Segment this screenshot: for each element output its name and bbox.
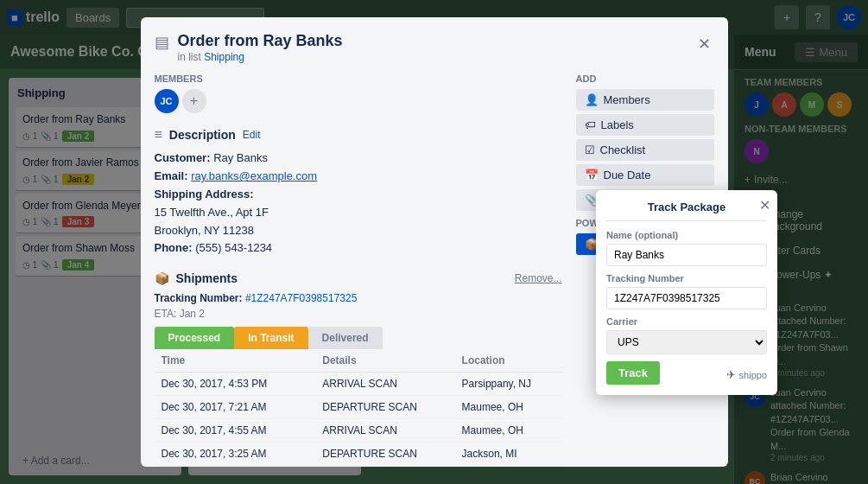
col-time: Time	[155, 349, 316, 373]
email-value[interactable]: ray.banks@example.com	[191, 169, 317, 182]
cell-time: Dec 30, 2017, 4:53 PM	[155, 373, 316, 396]
shipments-header: 📦 Shipments Remove...	[155, 271, 562, 285]
shipments-icon: 📦	[155, 271, 169, 285]
modal-title: Order from Ray Banks	[178, 31, 343, 51]
btn-due-date-label: Due Date	[604, 169, 651, 182]
modal-subtitle: in list Shipping	[178, 51, 343, 63]
eta-label: ETA:	[155, 308, 177, 320]
cell-details: DEPARTURE SCAN	[315, 396, 454, 419]
add-checklist-button[interactable]: ☑Checklist	[576, 139, 714, 161]
track-footer: Track ✈ shippo	[606, 361, 767, 385]
add-member-button[interactable]: +	[182, 89, 206, 113]
table-row: Dec 30, 2017, 4:53 PMARRIVAL SCANParsipp…	[155, 373, 562, 396]
cell-time: Dec 30, 2017, 3:19 AM	[155, 466, 316, 467]
track-popup-title: Track Package	[606, 201, 767, 221]
members-row: JC +	[155, 89, 562, 113]
eta-value: Jan 2	[180, 308, 205, 320]
modal-close-button[interactable]: ✕	[694, 31, 714, 57]
tracking-info: Tracking Number: #1Z247A7F0398517325	[155, 292, 562, 304]
cell-details: ARRIVAL SCAN	[315, 419, 454, 443]
track-package-popup: Track Package ✕ Name (optional) Tracking…	[596, 190, 777, 395]
col-location: Location	[455, 349, 562, 373]
address-line2: Brooklyn, NY 11238	[155, 222, 562, 240]
modal-header-icon: ▤	[155, 33, 169, 52]
labels-icon: 🏷	[585, 118, 596, 131]
tracking-table-body: Dec 30, 2017, 4:53 PMARRIVAL SCANParsipp…	[155, 373, 562, 467]
name-label: Name (optional)	[606, 230, 767, 240]
btn-members-label: Members	[604, 93, 650, 106]
cell-time: Dec 30, 2017, 4:55 AM	[155, 419, 316, 443]
add-label: Add	[576, 73, 714, 84]
carrier-select[interactable]: UPS FedEx USPS DHL	[606, 330, 767, 354]
add-members-button[interactable]: 👤Members	[576, 89, 714, 111]
members-icon: 👤	[585, 93, 599, 106]
tracking-value[interactable]: #1Z247A7F0398517325	[245, 292, 357, 304]
description-content: Customer: Ray Banks Email: ray.banks@exa…	[155, 150, 562, 258]
cell-time: Dec 30, 2017, 7:21 AM	[155, 396, 316, 419]
add-labels-button[interactable]: 🏷Labels	[576, 114, 714, 136]
table-header-row: Time Details Location	[155, 349, 562, 373]
carrier-label: Carrier	[606, 316, 767, 327]
customer-label: Customer:	[155, 151, 211, 164]
cell-location: Maumee, OH	[455, 419, 562, 443]
btn-checklist-label: Checklist	[600, 143, 646, 156]
table-row: Dec 30, 2017, 3:25 AMDEPARTURE SCANJacks…	[155, 443, 562, 466]
email-label: Email:	[155, 169, 188, 182]
col-details: Details	[315, 349, 454, 373]
address-label: Shipping Address:	[155, 188, 254, 201]
cell-time: Dec 30, 2017, 3:25 AM	[155, 443, 316, 466]
desc-icon: ≡	[155, 127, 162, 143]
shippo-icon: ✈	[726, 368, 736, 381]
checklist-icon: ☑	[585, 143, 595, 156]
cell-location: Maumee, OH	[455, 396, 562, 419]
tab-in-transit[interactable]: In Transit	[234, 327, 307, 349]
cell-details: DEPARTURE SCAN	[315, 443, 454, 466]
phone-value: (555) 543-1234	[195, 241, 272, 254]
member-avatar-1: JC	[155, 89, 179, 113]
tab-processed[interactable]: Processed	[155, 327, 235, 349]
cell-details: ARRIVAL SCAN	[315, 466, 454, 467]
address-line1: 15 Twelfth Ave., Apt 1F	[155, 204, 562, 222]
modal-main: Members JC + ≡ Description Edit Customer…	[155, 73, 562, 467]
cell-location: Jackson, MI	[455, 443, 562, 466]
table-row: Dec 30, 2017, 4:55 AMARRIVAL SCANMaumee,…	[155, 419, 562, 443]
customer-value: Ray Banks	[213, 151, 268, 164]
tracking-tabs: Processed In Transit Delivered	[155, 327, 562, 349]
tracking-label: Tracking Number:	[155, 292, 243, 304]
cell-details: ARRIVAL SCAN	[315, 373, 454, 396]
description-edit-link[interactable]: Edit	[243, 129, 261, 141]
members-label: Members	[155, 73, 562, 84]
tracking-table: Time Details Location Dec 30, 2017, 4:53…	[155, 349, 562, 467]
tab-delivered[interactable]: Delivered	[308, 327, 383, 349]
btn-labels-label: Labels	[601, 118, 634, 131]
shipments-remove-link[interactable]: Remove...	[515, 272, 562, 284]
table-row: Dec 30, 2017, 7:21 AMDEPARTURE SCANMaume…	[155, 396, 562, 419]
modal-header: ▤ Order from Ray Banks in list Shipping …	[155, 31, 714, 63]
cell-location: Parsippany, NJ	[455, 373, 562, 396]
shipments-label: Shipments	[176, 271, 238, 285]
eta-info: ETA: Jan 2	[155, 308, 562, 320]
name-input[interactable]	[606, 244, 767, 266]
modal-title-group: Order from Ray Banks in list Shipping	[178, 31, 343, 63]
shippo-text: shippo	[739, 370, 767, 380]
description-title: Description	[169, 128, 236, 142]
description-header: ≡ Description Edit	[155, 127, 562, 143]
track-popup-close-button[interactable]: ✕	[759, 197, 770, 213]
modal-subtitle-list[interactable]: Shipping	[204, 51, 244, 63]
shippo-logo: ✈ shippo	[726, 368, 767, 381]
due-date-icon: 📅	[585, 169, 599, 182]
cell-location: Jackson, MI	[455, 466, 562, 467]
tracking-number-input[interactable]	[606, 287, 767, 309]
add-due-date-button[interactable]: 📅Due Date	[576, 164, 714, 186]
phone-label: Phone:	[155, 241, 193, 254]
shipments-title-group: 📦 Shipments	[155, 271, 238, 285]
tracking-number-label: Tracking Number	[606, 273, 767, 283]
table-row: Dec 30, 2017, 3:19 AMARRIVAL SCANJackson…	[155, 466, 562, 467]
track-submit-button[interactable]: Track	[606, 361, 660, 385]
